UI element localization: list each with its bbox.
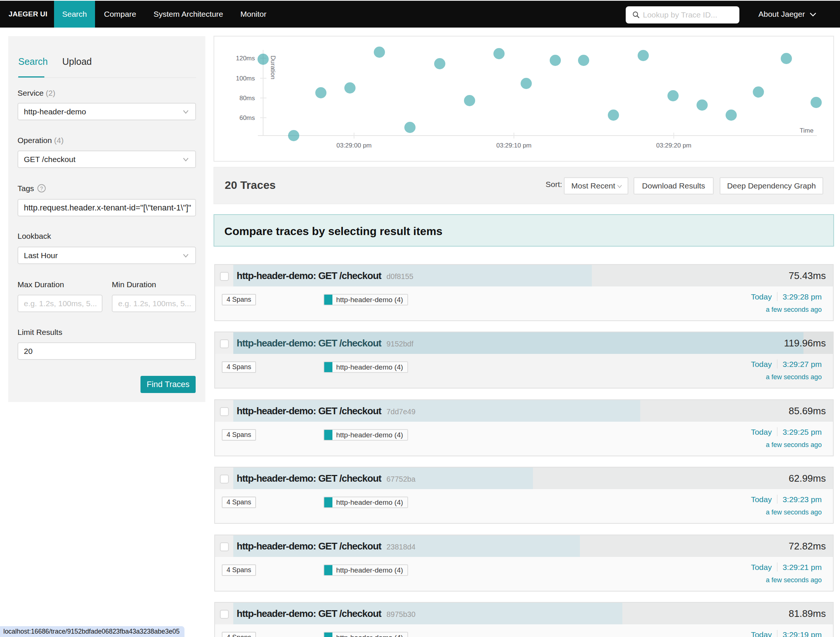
svg-text:80ms: 80ms — [239, 95, 255, 102]
svg-text:120ms: 120ms — [236, 55, 255, 62]
svg-text:03:29:10 pm: 03:29:10 pm — [496, 142, 532, 149]
svg-text:03:29:20 pm: 03:29:20 pm — [656, 142, 692, 149]
svg-text:60ms: 60ms — [239, 114, 255, 121]
svg-text:?: ? — [40, 186, 43, 191]
svg-text:Time: Time — [800, 127, 813, 134]
svg-text:100ms: 100ms — [236, 75, 255, 82]
svg-text:Duration: Duration — [270, 55, 276, 79]
svg-text:03:29:00 pm: 03:29:00 pm — [336, 142, 372, 149]
